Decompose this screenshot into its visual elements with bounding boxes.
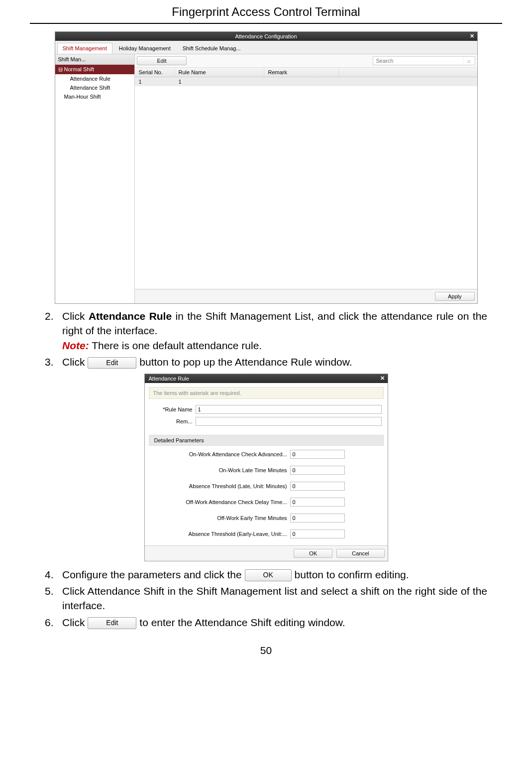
grid-body: 1 1: [135, 77, 477, 289]
cell-serial: 1: [135, 77, 175, 86]
param-absence-early: Absence Threshold (Early-Leave, Unit:...: [151, 529, 382, 538]
param-input[interactable]: [290, 466, 345, 475]
column-remark: Remark: [264, 68, 339, 77]
step-number: 6.: [45, 615, 62, 630]
dialog-title: Attendance Rule: [149, 376, 189, 382]
column-rule-name: Rule Name: [175, 68, 264, 77]
attendance-rule-dialog: Attendance Rule ✕ The items with asteris…: [144, 374, 388, 561]
step-number: 3.: [45, 355, 62, 369]
detailed-params-body: On-Work Attendance Check Advanced... On-…: [151, 450, 382, 538]
step-6: 6. Click Edit to enter the Attendance Sh…: [45, 615, 487, 630]
grid-header-row: Serial No. Rule Name Remark: [135, 68, 477, 77]
step-3: 3. Click Edit button to pop up the Atten…: [45, 355, 487, 369]
sidebar-header: Shift Man...: [55, 54, 134, 65]
inline-ok-button: OK: [245, 569, 292, 581]
hint-text: The items with asterisk are required.: [149, 387, 384, 399]
param-label: Absence Threshold (Early-Leave, Unit:...: [151, 531, 290, 537]
rule-name-label: *Rule Name: [151, 406, 196, 412]
param-input[interactable]: [290, 482, 345, 491]
param-label: On-Work Late Time Minutes: [151, 467, 290, 473]
step-2: 2. Click Attendance Rule in the Shift Ma…: [45, 309, 487, 353]
detailed-params-header: Detailed Parameters: [149, 435, 384, 446]
dialog-footer: OK Cancel: [145, 545, 388, 561]
apply-button[interactable]: Apply: [435, 292, 475, 301]
ok-button[interactable]: OK: [294, 549, 332, 558]
cell-rule-name: 1: [175, 77, 264, 86]
tree-man-hour-shift[interactable]: Man-Hour Shift: [55, 92, 134, 101]
remark-input[interactable]: [196, 417, 382, 426]
window-title: Attendance Configuration: [235, 33, 297, 39]
tree-attendance-rule[interactable]: Attendance Rule: [55, 74, 134, 83]
remark-label: Rem...: [151, 418, 196, 424]
remark-row: Rem...: [151, 417, 382, 426]
param-label: Absence Threshold (Late, Unit: Minutes): [151, 483, 290, 489]
form-top: *Rule Name Rem...: [145, 403, 388, 435]
param-label: On-Work Attendance Check Advanced...: [151, 451, 290, 457]
step-number: 4.: [45, 567, 62, 582]
search-box: ⌕: [373, 56, 475, 65]
rule-name-input[interactable]: [196, 405, 382, 414]
page-number: 50: [30, 645, 502, 656]
tree-normal-shift[interactable]: ⊟ Normal Shift: [55, 65, 134, 74]
step-5: 5. Click Attendance Shift in the Shift M…: [45, 584, 487, 613]
close-icon[interactable]: ✕: [380, 375, 385, 382]
shift-tree: ⊟ Normal Shift Attendance Rule Attendanc…: [55, 65, 134, 303]
param-input[interactable]: [290, 514, 345, 522]
dialog-titlebar: Attendance Rule ✕: [145, 374, 388, 383]
minus-icon: ⊟: [58, 66, 64, 72]
table-row[interactable]: 1 1: [135, 77, 477, 86]
column-serial-no: Serial No.: [135, 68, 175, 77]
inline-edit-button: Edit: [88, 357, 136, 369]
step-number: 2.: [45, 309, 62, 353]
instruction-list-2: 4. Configure the parameters and click th…: [45, 567, 487, 630]
shift-management-sidebar: Shift Man... ⊟ Normal Shift Attendance R…: [55, 54, 135, 303]
edit-button[interactable]: Edit: [137, 56, 187, 65]
search-input[interactable]: [373, 57, 463, 65]
footer-bar: Apply: [135, 289, 477, 303]
param-offwork-early: Off-Work Early Time Minutes: [151, 514, 382, 522]
tab-bar: Shift Management Holiday Management Shif…: [55, 41, 477, 54]
window-titlebar: Attendance Configuration ✕: [55, 32, 477, 41]
note-label: Note:: [62, 340, 89, 351]
param-absence-late: Absence Threshold (Late, Unit: Minutes): [151, 482, 382, 491]
tab-holiday-management[interactable]: Holiday Management: [113, 43, 176, 54]
toolbar: Edit ⌕: [135, 54, 477, 68]
param-label: Off-Work Attendance Check Delay Time...: [151, 499, 290, 505]
tab-shift-management[interactable]: Shift Management: [57, 43, 112, 54]
search-icon[interactable]: ⌕: [463, 57, 475, 65]
param-onwork-late: On-Work Late Time Minutes: [151, 466, 382, 475]
right-content-panel: Edit ⌕ Serial No. Rule Name Remark 1 1 A…: [135, 54, 477, 303]
param-input[interactable]: [290, 450, 345, 459]
rule-name-row: *Rule Name: [151, 405, 382, 414]
param-offwork-delay: Off-Work Attendance Check Delay Time...: [151, 498, 382, 507]
tab-shift-schedule[interactable]: Shift Schedule Manag...: [177, 43, 246, 54]
close-icon[interactable]: ✕: [470, 33, 474, 39]
instruction-list: 2. Click Attendance Rule in the Shift Ma…: [45, 309, 487, 370]
step-4: 4. Configure the parameters and click th…: [45, 567, 487, 582]
param-input[interactable]: [290, 529, 345, 538]
document-header: Fingerprint Access Control Terminal: [30, 5, 502, 24]
param-input[interactable]: [290, 498, 345, 507]
cancel-button[interactable]: Cancel: [336, 549, 384, 558]
step-number: 5.: [45, 584, 62, 613]
tree-attendance-shift[interactable]: Attendance Shift: [55, 83, 134, 92]
param-label: Off-Work Early Time Minutes: [151, 515, 290, 521]
param-onwork-advanced: On-Work Attendance Check Advanced...: [151, 450, 382, 459]
attendance-config-window: Attendance Configuration ✕ Shift Managem…: [55, 31, 478, 304]
inline-edit-button-2: Edit: [88, 617, 136, 629]
